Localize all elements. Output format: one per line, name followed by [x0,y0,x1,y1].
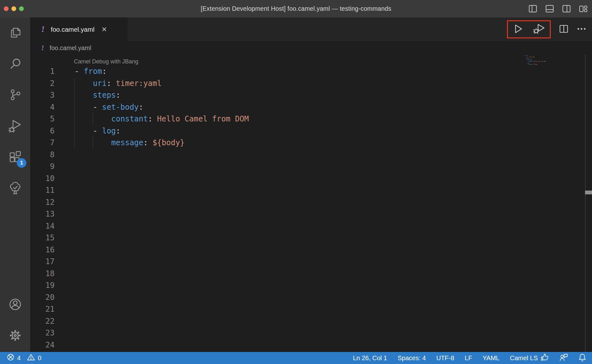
indentation[interactable]: Spaces: 4 [398,354,426,362]
line-number[interactable]: 17 [30,256,55,268]
line-number[interactable]: 10 [30,173,55,185]
breadcrumb-file[interactable]: foo.camel.yaml [49,44,91,52]
code-line[interactable]: 18 [30,268,592,280]
code-line[interactable]: 16 [30,244,592,256]
tab-bar: ! foo.camel.yaml ✕ [30,17,592,41]
line-number[interactable]: 23 [30,327,55,339]
line-number[interactable]: 5 [30,113,55,125]
line-number[interactable]: 7 [30,137,55,149]
notifications-button[interactable] [578,353,586,363]
line-number[interactable]: 11 [30,185,55,197]
line-number[interactable]: 15 [30,232,55,244]
editor-toolbar [507,19,586,39]
code-line[interactable]: 11 [30,185,592,197]
codelens-link[interactable]: Camel Debug with JBang [30,55,592,66]
run-icon[interactable] [513,24,523,35]
accounts-button[interactable] [0,297,30,313]
code-line[interactable]: 13 [30,208,592,220]
line-number[interactable]: 19 [30,280,55,292]
code-line[interactable]: 4 - set-body: [30,101,592,114]
status-bar: 4 0 Ln 26, Col 1 Spaces: 4 UTF-8 LF YAML… [0,352,592,364]
overview-ruler[interactable] [585,55,586,352]
warning-count: 0 [38,354,41,362]
line-content[interactable]: message: ${body} [75,137,185,149]
line-number[interactable]: 8 [30,149,55,161]
cursor-position[interactable]: Ln 26, Col 1 [353,354,387,362]
sidebar-item-explorer[interactable] [0,26,30,41]
line-number[interactable]: 9 [30,161,55,173]
sidebar-item-extensions[interactable]: 1 [0,150,30,165]
line-number[interactable]: 20 [30,292,55,304]
line-number[interactable]: 22 [30,315,55,328]
code-line[interactable]: 1- from: [30,66,592,78]
line-number[interactable]: 14 [30,220,55,232]
code-line[interactable]: 7 message: ${body} [30,137,592,149]
code-line[interactable]: 23 [30,327,592,339]
yaml-file-icon: ! [41,24,45,35]
code-line[interactable]: 3 steps: [30,89,592,101]
code-line[interactable]: 15 [30,232,592,244]
code-line[interactable]: 22 [30,315,592,328]
code-line[interactable]: 12 [30,197,592,209]
code-line[interactable]: 19 [30,280,592,292]
toggle-secondary-sidebar-icon[interactable] [562,4,571,13]
line-number[interactable]: 16 [30,244,55,256]
line-number[interactable]: 6 [30,125,55,137]
language-mode[interactable]: YAML [483,354,499,362]
line-number[interactable]: 24 [30,339,55,351]
code-line[interactable]: 2 uri: timer:yaml [30,78,592,90]
line-content[interactable]: constant: Hello Camel from DOM [75,113,249,125]
line-number[interactable]: 1 [30,66,55,78]
sidebar-item-run-debug[interactable] [0,119,30,134]
code-line[interactable]: 5 constant: Hello Camel from DOM [30,113,592,125]
encoding[interactable]: UTF-8 [436,354,454,362]
line-number[interactable]: 21 [30,303,55,315]
extensions-badge: 1 [17,158,26,168]
toggle-panel-icon[interactable] [545,4,554,13]
split-editor-icon[interactable] [559,24,569,35]
activity-bar: 1 [0,17,30,352]
code-line[interactable]: 20 [30,292,592,304]
code-line[interactable]: 8 [30,149,592,161]
sidebar-item-search[interactable] [0,57,30,72]
camel-ls-status[interactable]: Camel LS [510,353,549,363]
code-line[interactable]: 6 - log: [30,125,592,137]
code-line[interactable]: 24 [30,339,592,351]
line-number[interactable]: 3 [30,89,55,101]
code-line[interactable]: 9 [30,161,592,173]
sidebar-item-testing[interactable] [0,181,30,196]
code-line[interactable]: 21 [30,303,592,315]
line-number[interactable]: 12 [30,197,55,209]
sidebar-item-source-control[interactable] [0,88,30,103]
annotation-red-box [507,20,551,38]
feedback-button[interactable] [559,353,568,363]
line-content[interactable]: uri: timer:yaml [75,78,162,90]
problems-button[interactable]: 4 0 [7,354,41,362]
close-tab-icon[interactable]: ✕ [102,26,107,33]
line-number[interactable]: 13 [30,208,55,220]
line-content[interactable]: - log: [75,125,121,137]
line-content[interactable]: - from: [75,66,107,78]
line-number[interactable]: 18 [30,268,55,280]
code-line[interactable]: 10 [30,173,592,185]
more-actions-icon[interactable] [577,24,586,35]
error-icon [7,354,14,362]
customize-layout-icon[interactable] [579,4,588,13]
line-content[interactable]: steps: [75,89,121,101]
breadcrumb[interactable]: ! foo.camel.yaml [30,41,592,55]
minimap[interactable]: - from: uri: timer:yaml steps: - set-bod… [524,55,546,65]
toggle-primary-sidebar-icon[interactable] [529,4,537,13]
indent-guide [74,78,75,90]
code-line[interactable]: 14 [30,220,592,232]
code-line[interactable]: 17 [30,256,592,268]
editor-region: ! foo.camel.yaml ✕ ! foo.camel.yaml [30,17,592,352]
settings-button[interactable] [0,328,30,344]
eol-sequence[interactable]: LF [465,354,472,362]
line-content[interactable]: - set-body: [75,101,143,114]
line-number[interactable]: 2 [30,78,55,90]
indent-guide [74,113,75,125]
line-number[interactable]: 4 [30,101,55,114]
tab-foo-camel-yaml[interactable]: ! foo.camel.yaml ✕ [30,17,128,41]
debug-icon[interactable] [533,23,545,36]
indent-guide [74,89,75,101]
